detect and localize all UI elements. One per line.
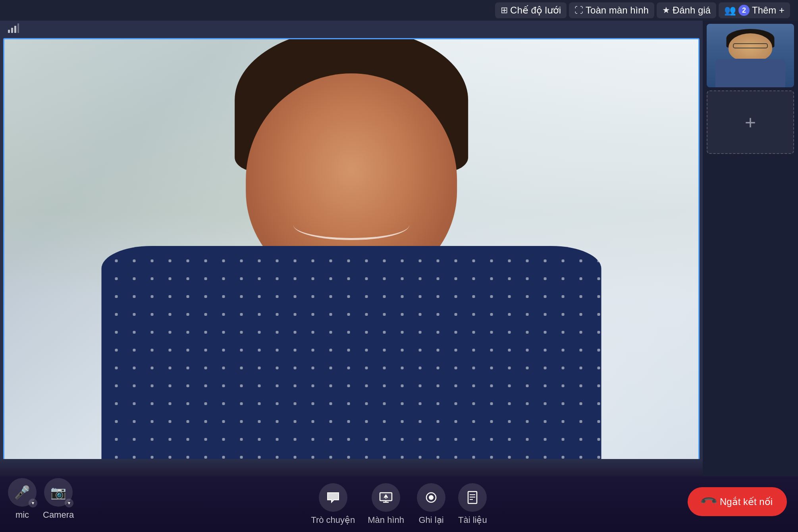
person-smile — [293, 210, 409, 240]
participant-face — [729, 33, 772, 62]
record-circle[interactable] — [417, 483, 445, 512]
grid-icon: ⊞ — [501, 5, 508, 15]
end-call-label: Ngắt kết nối — [720, 496, 773, 507]
main-person — [74, 61, 629, 472]
svg-point-6 — [429, 495, 434, 500]
rate-icon: ★ — [662, 5, 670, 15]
bottom-bar: 🎤 ▾ mic 📷 ▾ Camera Trò chuyện — [0, 476, 798, 532]
center-controls: Trò chuyện Màn hình Ghi lại — [311, 483, 487, 525]
docs-label: Tài liệu — [458, 515, 487, 525]
main-video-area — [0, 21, 703, 476]
camera-control[interactable]: 📷 ▾ Camera — [43, 478, 74, 520]
signal-icon — [8, 23, 19, 36]
participants-sidebar: + — [703, 21, 798, 476]
camera-button[interactable]: 📷 ▾ — [44, 478, 73, 507]
chat-button[interactable]: Trò chuyện — [311, 483, 355, 525]
mic-button[interactable]: 🎤 ▾ — [8, 478, 37, 507]
svg-rect-0 — [8, 30, 10, 33]
screenshare-icon — [379, 490, 393, 505]
mic-control[interactable]: 🎤 ▾ mic — [8, 478, 37, 520]
participant-video-feed — [707, 24, 794, 87]
fullscreen-icon: ⛶ — [574, 5, 583, 15]
participant-glasses — [733, 43, 768, 48]
camera-label: Camera — [43, 510, 74, 520]
mic-chevron-icon[interactable]: ▾ — [29, 499, 37, 507]
svg-rect-2 — [14, 26, 16, 33]
mic-icon: 🎤 — [14, 485, 30, 500]
fullscreen-button[interactable]: ⛶ Toàn màn hình — [569, 2, 654, 18]
participants-icon: 👥 — [724, 5, 736, 16]
docs-circle[interactable] — [458, 483, 487, 512]
fullscreen-label: Toàn màn hình — [586, 5, 649, 16]
bottom-spacer — [0, 459, 703, 476]
screenshare-label: Màn hình — [368, 515, 404, 525]
person-shirt — [102, 246, 601, 472]
rate-button[interactable]: ★ Đánh giá — [657, 2, 716, 18]
grid-mode-button[interactable]: ⊞ Chế độ lưới — [495, 2, 567, 18]
camera-chevron-icon[interactable]: ▾ — [65, 499, 73, 507]
add-icon: + — [745, 111, 756, 133]
svg-rect-3 — [17, 23, 19, 33]
record-button[interactable]: Ghi lại — [417, 483, 445, 525]
participant-shirt — [715, 59, 785, 87]
chat-label: Trò chuyện — [311, 515, 355, 525]
chat-icon — [326, 490, 340, 505]
top-bar: ⊞ Chế độ lưới ⛶ Toàn màn hình ★ Đánh giá… — [0, 0, 798, 21]
docs-button[interactable]: Tài liệu — [458, 483, 487, 525]
grid-mode-label: Chế độ lưới — [510, 5, 561, 16]
camera-icon: 📷 — [50, 485, 66, 500]
main-video-feed — [4, 39, 698, 472]
add-participant-button[interactable]: + — [707, 90, 794, 154]
docs-icon — [465, 490, 480, 505]
chat-circle[interactable] — [319, 483, 347, 512]
mic-label: mic — [15, 510, 29, 520]
screenshare-button[interactable]: Màn hình — [368, 483, 404, 525]
record-label: Ghi lại — [418, 515, 443, 525]
rate-label: Đánh giá — [673, 5, 711, 16]
screenshare-circle[interactable] — [372, 483, 400, 512]
left-controls: 🎤 ▾ mic 📷 ▾ Camera — [8, 478, 74, 520]
main-video-frame — [3, 38, 700, 473]
end-call-button[interactable]: 📞 Ngắt kết nối — [688, 487, 787, 516]
svg-rect-1 — [11, 28, 13, 33]
participants-count: 2 — [738, 5, 750, 16]
record-icon — [424, 490, 438, 505]
more-label: Thêm + — [752, 5, 785, 16]
participants-button[interactable]: 👥 2 Thêm + — [719, 2, 790, 18]
end-call-icon: 📞 — [699, 492, 718, 511]
participant-thumbnail[interactable] — [707, 24, 794, 87]
